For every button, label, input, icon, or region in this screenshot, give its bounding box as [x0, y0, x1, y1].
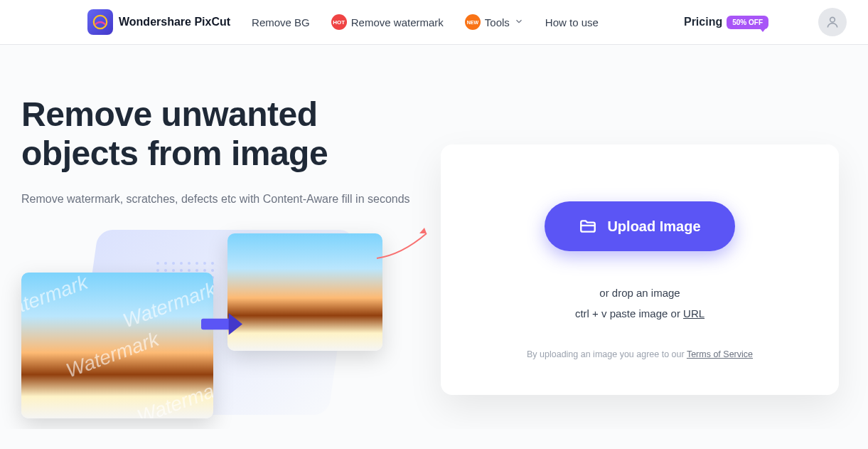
nav-pricing[interactable]: Pricing 50% OFF	[684, 16, 768, 29]
brand-logo[interactable]: Wondershare PixCut	[87, 9, 230, 35]
new-badge-icon: NEW	[465, 14, 481, 30]
demo-before-image: Watermark Watermark Watermark Watermark	[21, 273, 213, 418]
nav-remove-watermark-label: Remove watermark	[351, 16, 444, 28]
nav-remove-bg[interactable]: Remove BG	[252, 16, 310, 28]
page-title: Remove unwanted objects from image	[21, 95, 419, 173]
url-link[interactable]: URL	[683, 307, 704, 319]
svg-rect-2	[201, 319, 232, 329]
upload-image-button[interactable]: Upload Image	[545, 201, 734, 251]
navbar: Wondershare PixCut Remove BG HOT Remove …	[0, 0, 868, 45]
tos-text: By uploading an image you agree to our T…	[469, 349, 810, 359]
page-subtitle: Remove watermark, scratches, defects etc…	[21, 190, 419, 208]
nav-tools[interactable]: NEW Tools	[465, 14, 524, 30]
hero-left: Remove unwanted objects from image Remov…	[21, 95, 419, 429]
avatar[interactable]	[818, 8, 847, 36]
upload-card: Upload Image or drop an image ctrl + v p…	[441, 144, 839, 395]
svg-point-1	[830, 17, 835, 22]
brand-name: Wondershare PixCut	[119, 16, 230, 28]
nav-how-to-use[interactable]: How to use	[545, 16, 599, 28]
hot-badge-icon: HOT	[331, 14, 347, 30]
svg-marker-4	[419, 228, 427, 233]
demo-after-image	[227, 233, 382, 351]
drop-text: or drop an image	[469, 287, 810, 299]
folder-icon	[579, 217, 597, 236]
demo-images: Watermark Watermark Watermark Watermark	[21, 230, 419, 429]
user-icon	[825, 15, 840, 29]
discount-badge-icon: 50% OFF	[727, 16, 768, 29]
chevron-down-icon	[514, 16, 524, 28]
nav-tools-label: Tools	[485, 16, 510, 28]
terms-link[interactable]: Terms of Service	[687, 349, 753, 359]
pixcut-logo-icon	[87, 9, 113, 35]
nav-remove-watermark[interactable]: HOT Remove watermark	[331, 14, 444, 30]
upload-button-label: Upload Image	[607, 218, 700, 235]
curved-arrow-icon	[373, 226, 437, 262]
nav-pricing-label: Pricing	[684, 16, 722, 28]
hero-section: Remove unwanted objects from image Remov…	[0, 45, 868, 429]
paste-text: ctrl + v paste image or URL	[469, 307, 810, 319]
arrow-right-icon	[201, 312, 242, 337]
svg-marker-3	[229, 313, 242, 335]
